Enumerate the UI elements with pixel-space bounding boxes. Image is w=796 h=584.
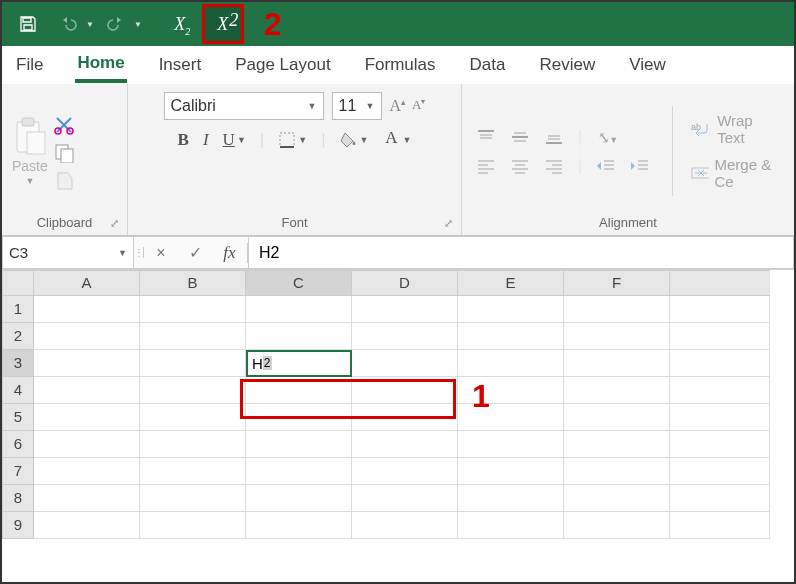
cancel-button[interactable]: × (144, 244, 178, 262)
align-center-icon[interactable] (510, 158, 530, 174)
cell[interactable] (564, 404, 670, 431)
clipboard-launcher[interactable]: ⤢ (110, 217, 119, 230)
row-header[interactable]: 5 (2, 404, 34, 431)
cell[interactable] (140, 377, 246, 404)
wrap-text-button[interactable]: ab Wrap Text (691, 112, 784, 146)
fill-color-button[interactable]: ▼ (340, 131, 369, 149)
font-color-button[interactable]: A ▼ (382, 128, 411, 152)
cell[interactable] (352, 512, 458, 539)
cell[interactable] (458, 323, 564, 350)
enter-button[interactable]: ✓ (178, 243, 212, 262)
row-header[interactable]: 8 (2, 485, 34, 512)
cell[interactable] (670, 431, 770, 458)
cell[interactable] (458, 458, 564, 485)
cell[interactable] (246, 458, 352, 485)
col-header-f[interactable]: F (564, 270, 670, 296)
tab-file[interactable]: File (14, 49, 45, 81)
cell[interactable] (352, 323, 458, 350)
cell[interactable] (34, 431, 140, 458)
cell[interactable] (670, 404, 770, 431)
cell[interactable] (670, 350, 770, 377)
cell[interactable] (34, 350, 140, 377)
superscript-button[interactable]: X2 (202, 4, 244, 44)
undo-button[interactable] (50, 6, 86, 42)
cell[interactable] (140, 458, 246, 485)
cut-icon[interactable] (54, 115, 76, 135)
row-header[interactable]: 9 (2, 512, 34, 539)
cell[interactable] (352, 350, 458, 377)
col-header-g[interactable] (670, 270, 770, 296)
row-header[interactable]: 2 (2, 323, 34, 350)
cell[interactable] (458, 431, 564, 458)
undo-dropdown[interactable]: ▼ (86, 20, 94, 29)
cell[interactable] (34, 404, 140, 431)
font-name-combo[interactable]: Calibri▼ (164, 92, 324, 120)
cell[interactable] (246, 296, 352, 323)
cell[interactable] (140, 512, 246, 539)
bold-button[interactable]: B (178, 130, 189, 150)
expand-namebox[interactable]: ⋮ (134, 247, 144, 258)
cell[interactable] (670, 485, 770, 512)
cell[interactable] (140, 404, 246, 431)
cell[interactable] (564, 512, 670, 539)
cell[interactable] (564, 377, 670, 404)
decrease-indent-icon[interactable] (596, 158, 616, 174)
cell[interactable] (246, 512, 352, 539)
cell[interactable] (458, 350, 564, 377)
font-size-combo[interactable]: 11▼ (332, 92, 382, 120)
italic-button[interactable]: I (203, 130, 209, 150)
cell[interactable] (458, 296, 564, 323)
row-header[interactable]: 7 (2, 458, 34, 485)
cell-c3-editing[interactable]: H2 (246, 350, 352, 377)
cell[interactable] (670, 512, 770, 539)
cell[interactable] (246, 323, 352, 350)
cell[interactable] (564, 431, 670, 458)
tab-data[interactable]: Data (468, 49, 508, 81)
format-painter-icon[interactable] (54, 171, 76, 191)
redo-button[interactable] (98, 6, 134, 42)
redo-dropdown[interactable]: ▼ (134, 20, 142, 29)
subscript-button[interactable]: X2 (162, 6, 198, 42)
align-bottom-icon[interactable] (544, 129, 564, 145)
name-box[interactable]: C3▼ (2, 236, 134, 269)
cell[interactable] (352, 377, 458, 404)
cell[interactable] (352, 431, 458, 458)
cell[interactable] (564, 350, 670, 377)
cell[interactable] (34, 458, 140, 485)
save-button[interactable] (10, 6, 46, 42)
cell[interactable] (140, 485, 246, 512)
cell[interactable] (34, 485, 140, 512)
select-all-corner[interactable] (2, 270, 34, 296)
tab-home[interactable]: Home (75, 47, 126, 83)
tab-insert[interactable]: Insert (157, 49, 204, 81)
merge-center-button[interactable]: Merge & Ce (691, 156, 784, 190)
cell[interactable] (458, 512, 564, 539)
cell[interactable] (564, 485, 670, 512)
paste-button[interactable]: Paste ▼ (12, 116, 48, 186)
cell[interactable] (564, 323, 670, 350)
increase-indent-icon[interactable] (630, 158, 650, 174)
cell[interactable] (140, 350, 246, 377)
cell[interactable] (352, 458, 458, 485)
tab-view[interactable]: View (627, 49, 668, 81)
col-header-a[interactable]: A (34, 270, 140, 296)
row-header[interactable]: 6 (2, 431, 34, 458)
border-button[interactable]: ▼ (278, 131, 307, 149)
cell[interactable] (670, 323, 770, 350)
align-middle-icon[interactable] (510, 129, 530, 145)
row-header[interactable]: 3 (2, 350, 34, 377)
align-left-icon[interactable] (476, 158, 496, 174)
formula-input[interactable]: H2 (249, 236, 794, 269)
cell[interactable] (140, 296, 246, 323)
cell[interactable] (352, 404, 458, 431)
cell[interactable] (34, 296, 140, 323)
align-right-icon[interactable] (544, 158, 564, 174)
tab-page-layout[interactable]: Page Layout (233, 49, 332, 81)
col-header-b[interactable]: B (140, 270, 246, 296)
increase-font-icon[interactable]: A▴ (390, 97, 407, 115)
cell[interactable] (140, 431, 246, 458)
cell[interactable] (352, 485, 458, 512)
font-launcher[interactable]: ⤢ (444, 217, 453, 230)
cell[interactable] (246, 377, 352, 404)
tab-review[interactable]: Review (537, 49, 597, 81)
